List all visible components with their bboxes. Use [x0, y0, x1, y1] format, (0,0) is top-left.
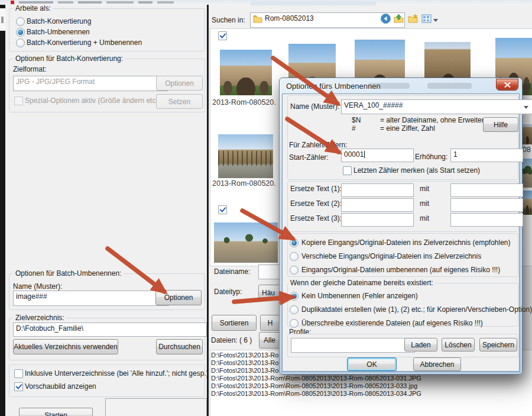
folder-value: Rom-08052013	[265, 14, 314, 22]
text-caret	[364, 151, 365, 158]
ok-button[interactable]: OK	[347, 357, 397, 371]
radio-overwrite[interactable]	[290, 319, 299, 328]
remember-counter-label[interactable]: Letzten Zähler merken (als Start setzen)	[353, 166, 480, 175]
hinzufuegen-button[interactable]: H	[260, 315, 280, 331]
hint-code: $N	[352, 116, 361, 124]
start-button[interactable]: Starten	[19, 408, 93, 416]
radio-batch-konvertierung-label[interactable]: Batch-Konvertierung	[27, 17, 91, 25]
use-current-dir-button[interactable]: Aktuelles Verzeichnis verwenden	[13, 339, 118, 354]
radio-copy-originals[interactable]	[290, 238, 299, 247]
remember-counter-checkbox[interactable]	[343, 166, 352, 175]
folder-icon	[253, 15, 262, 23]
sortieren-button[interactable]: Sortieren	[212, 315, 257, 331]
file-path-row[interactable]: D:\Fotos\2013\2013-Rom\Rom-08052013\2013…	[211, 375, 421, 382]
speichern-button[interactable]: Speichern	[479, 338, 517, 351]
radio-move-originals[interactable]	[290, 252, 299, 261]
browse-button[interactable]: Durchsuchen	[156, 339, 203, 354]
radio-batch-konv-umbenennen[interactable]	[16, 38, 25, 47]
file-path-row[interactable]: D:\Fotos\2013\2013-Rom\Rom-08052013\2013…	[211, 390, 421, 398]
replace1-with-input[interactable]	[450, 183, 523, 197]
profile-combo[interactable]	[291, 338, 415, 353]
target-dir-input[interactable]: D:\Fotobuch_Familie\	[13, 323, 207, 337]
show-preview-checkbox[interactable]	[14, 382, 23, 391]
start-counter-label: Start-Zähler:	[289, 153, 329, 162]
file-path-row[interactable]: D:\Fotos\2013\2013-Ro	[211, 367, 278, 375]
view-menu-chevron-icon[interactable]	[433, 19, 438, 22]
loeschen-button[interactable]: Löschen	[442, 338, 475, 351]
close-button[interactable]	[496, 79, 518, 91]
spezial-optionen-checkbox[interactable]	[14, 96, 23, 105]
chevron-down-icon	[524, 106, 528, 109]
replace2-input[interactable]	[341, 198, 414, 212]
rename-optionen-button[interactable]: Optionen	[155, 290, 202, 305]
abbrechen-button[interactable]: Abbrechen	[413, 357, 461, 371]
start-counter-input[interactable]: 00001	[341, 149, 414, 162]
include-subdirs-label[interactable]: Inklusive Unterverzeichnisse (bei 'Alle …	[25, 369, 209, 378]
conversion-options-caption: Optionen für Batch-Konvertierung:	[14, 54, 125, 63]
radio-no-rename[interactable]	[290, 292, 299, 301]
thumbnail-photo[interactable]	[220, 50, 272, 95]
replace3-label: Ersetze Text (3):	[290, 214, 342, 222]
work-as-caption: Arbeite als:	[14, 4, 53, 12]
screen-left-edge	[0, 5, 5, 416]
conv-optionen-button[interactable]: Optionen	[156, 76, 203, 91]
radio-no-rename-label[interactable]: Kein Umbenennen (Fehler anzeigen)	[301, 292, 418, 300]
thumbnail-caption: 2013-Rom-080520.	[212, 179, 276, 188]
dlg-name-label: Name (Muster):	[290, 102, 339, 111]
thumb-select-checkbox[interactable]	[218, 31, 227, 40]
view-menu-icon[interactable]	[421, 14, 432, 24]
increment-label: Erhöhung:	[415, 153, 447, 161]
increment-input[interactable]: 1	[450, 149, 523, 162]
laden-button[interactable]: Laden	[404, 338, 437, 351]
radio-duplicate[interactable]	[290, 305, 299, 314]
thumbnail-photo[interactable]	[214, 222, 278, 263]
zahlen-caption: Für Zahlen/Ziffern:	[289, 141, 347, 149]
radio-batch-konvertierung[interactable]	[16, 17, 25, 26]
back-icon[interactable]	[381, 14, 391, 24]
up-folder-icon[interactable]	[394, 14, 404, 24]
replace2-mit: mit	[420, 199, 429, 208]
radio-batch-umbenennen[interactable]	[16, 28, 25, 37]
dlg-name-combo[interactable]: VERA_100_#####	[341, 99, 532, 114]
radio-batch-umbenennen-label[interactable]: Batch-Umbenennen	[27, 28, 90, 36]
zielformat-combo[interactable]: JPG - JPG/JPEG Format	[13, 76, 168, 91]
file-path-row[interactable]: D:\Fotos\2013\2013-Ro	[211, 351, 278, 359]
exists-caption: Wenn der gleiche Dateiname bereits exist…	[288, 279, 435, 287]
dialog-title: Optionen fürs Umbenennen	[286, 82, 381, 91]
replace3-mit: mit	[420, 214, 429, 222]
start-counter-value: 00001	[344, 150, 364, 159]
files-count-label: Dateien: ( 6 )	[211, 336, 252, 344]
close-icon	[504, 82, 511, 88]
alle-hinzufuegen-button[interactable]: Alle	[259, 332, 280, 349]
file-path-row[interactable]: D:\Fotos\2013\2013-Rom\Rom-08052013\2013…	[211, 382, 417, 390]
hint-text: = eine Ziffer, Zahl	[380, 124, 435, 133]
replace2-with-input[interactable]	[450, 198, 523, 212]
zielformat-value: JPG - JPG/JPEG Format	[16, 78, 95, 86]
hilfe-button[interactable]: Hilfe	[483, 117, 518, 132]
setzen-button[interactable]: Setzen	[156, 94, 203, 109]
include-subdirs-checkbox[interactable]	[14, 369, 23, 378]
rename-options-caption: Optionen für Batch-Umbenennen:	[14, 269, 123, 278]
replace3-input[interactable]	[341, 213, 414, 227]
radio-batch-konv-umbenennen-label[interactable]: Batch-Konvertierung + Umbenennen	[27, 38, 142, 47]
show-preview-label[interactable]: Vorschaubild anzeigen	[25, 382, 96, 391]
radio-rename-originals-label[interactable]: Eingangs/Original-Dateien umbenennen (au…	[301, 266, 500, 274]
thumbnail-photo[interactable]	[218, 134, 273, 178]
dlg-name-value: VERA_100_#####	[344, 101, 403, 109]
radio-duplicate-label[interactable]: Duplikatdatei erstellen (wie (1), (2) et…	[301, 305, 532, 314]
radio-overwrite-label[interactable]: Überschreibe existierende Dateien (auf e…	[301, 319, 483, 327]
new-folder-icon[interactable]	[408, 14, 418, 24]
radio-rename-originals[interactable]	[290, 266, 299, 275]
pattern-combo[interactable]: image###	[13, 291, 169, 306]
replace3-with-input[interactable]	[450, 213, 523, 227]
thumbnail-photo[interactable]	[523, 159, 532, 188]
radio-move-originals-label[interactable]: Verschiebe Eingangs/Original-Dateien ins…	[301, 252, 481, 260]
thumbnail-photo[interactable]	[523, 124, 532, 144]
radio-copy-originals-label[interactable]: Kopiere Eingangs/Original-Dateien ins Zi…	[301, 238, 511, 247]
thumbnail-photo[interactable]	[523, 191, 532, 215]
dialog-body: Name (Muster): VERA_100_##### $N = alter…	[282, 93, 520, 372]
file-path-row[interactable]: D:\Fotos\2013\2013-Ro	[211, 359, 278, 367]
thumb-select-checkbox[interactable]	[218, 205, 227, 214]
spezial-optionen-label[interactable]: Spezial-Optionen aktiv (Größe ändern etc…	[25, 96, 160, 105]
replace1-input[interactable]	[341, 183, 414, 197]
